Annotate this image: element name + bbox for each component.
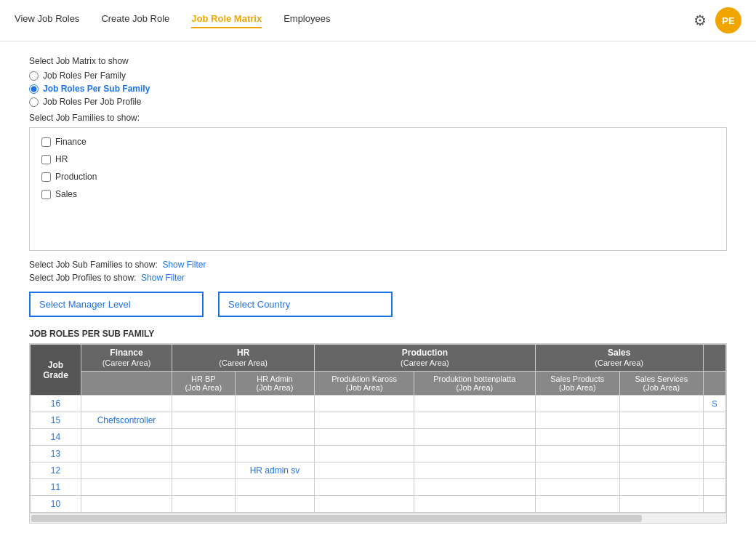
avatar[interactable]: PE (715, 7, 741, 33)
td-13-sales-serv (619, 446, 703, 462)
td-15-prod-kaross (315, 412, 414, 429)
sub-families-show-filter-link[interactable]: Show Filter (162, 260, 206, 270)
th-hr-admin-job-area: HR Admin(Job Area) (235, 372, 315, 396)
td-15-finance[interactable]: Chefscontroller (81, 412, 172, 429)
horizontal-scrollbar[interactable] (30, 513, 726, 523)
job-roles-table: Job Grade Finance(Career Area) HR(Career… (30, 344, 726, 513)
th-production-career: Production(Career Area) (315, 345, 535, 372)
td-13-prod-kaross (315, 446, 414, 462)
td-12-prod-botten (414, 462, 536, 479)
radio-per-sub-family-label[interactable]: Job Roles Per Sub Family (43, 84, 150, 94)
th-sales-services-job-area: Sales Services(Job Area) (619, 372, 703, 396)
td-10-prod-botten (414, 496, 536, 513)
td-15-sales-serv (619, 412, 703, 429)
checkbox-finance-input[interactable] (41, 137, 51, 147)
td-15-prod-botten (414, 412, 536, 429)
scrollbar-thumb[interactable] (31, 515, 642, 522)
radio-group: Job Roles Per Family Job Roles Per Sub F… (29, 71, 727, 107)
nav-employees[interactable]: Employees (284, 13, 330, 28)
country-select[interactable]: Select Country (218, 292, 393, 317)
radio-per-job-profile-label[interactable]: Job Roles Per Job Profile (43, 97, 141, 107)
nav-job-role-matrix[interactable]: Job Role Matrix (191, 13, 262, 28)
settings-icon[interactable]: ⚙ (693, 12, 707, 29)
table-row: 15 Chefscontroller (31, 412, 726, 429)
th-hr-bp-job-area: HR BP(Job Area) (172, 372, 236, 396)
checkbox-production: Production (41, 172, 715, 182)
td-grade-12: 12 (31, 462, 81, 479)
td-12-hr-admin[interactable]: HR admin sv (235, 462, 315, 479)
td-16-hr-bp (172, 396, 236, 412)
td-12-prod-kaross (315, 462, 414, 479)
radio-per-family-input[interactable] (29, 71, 39, 81)
table-section-label: JOB ROLES PER SUB FAMILY (29, 329, 727, 339)
td-12-hr-bp (172, 462, 236, 479)
table-row: 16 S (31, 396, 726, 412)
td-14-hr-bp (172, 429, 236, 446)
td-12-sales-serv (619, 462, 703, 479)
table-row: 12 HR admin sv (31, 462, 726, 479)
checkbox-sales: Sales (41, 189, 715, 199)
th-job-grade: Job Grade (31, 345, 81, 396)
job-families-label: Select Job Families to show: (29, 113, 727, 123)
td-13-hr-admin (235, 446, 315, 462)
checkbox-container: Finance HR Production Sales (29, 127, 727, 251)
td-10-extra (703, 496, 725, 513)
radio-per-job-profile-input[interactable] (29, 97, 39, 107)
td-10-hr-bp (172, 496, 236, 513)
td-11-prod-botten (414, 479, 536, 496)
checkbox-hr: HR (41, 154, 715, 164)
td-16-prod-kaross (315, 396, 414, 412)
td-11-hr-bp (172, 479, 236, 496)
td-16-prod-botten (414, 396, 536, 412)
matrix-section-label: Select Job Matrix to show (29, 56, 727, 66)
td-15-extra (703, 412, 725, 429)
checkbox-hr-label[interactable]: HR (55, 154, 68, 164)
td-12-sales-prod (535, 462, 619, 479)
nav-bar: View Job Roles Create Job Role Job Role … (0, 0, 756, 41)
th-sales-career: Sales(Career Area) (535, 345, 703, 372)
td-13-prod-botten (414, 446, 536, 462)
table-row: 10 (31, 496, 726, 513)
td-16-hr-admin (235, 396, 315, 412)
td-11-sales-prod (535, 479, 619, 496)
manager-level-wrapper: Select Manager Level (29, 292, 204, 317)
td-16-sales-prod (535, 396, 619, 412)
td-grade-16: 16 (31, 396, 81, 412)
checkbox-finance-label[interactable]: Finance (55, 137, 87, 147)
radio-per-family-label[interactable]: Job Roles Per Family (43, 71, 126, 81)
radio-per-job-profile: Job Roles Per Job Profile (29, 97, 727, 107)
th-extra-job-area (703, 372, 725, 396)
td-11-prod-kaross (315, 479, 414, 496)
nav-create-job-role[interactable]: Create Job Role (101, 13, 169, 28)
radio-per-sub-family-input[interactable] (29, 84, 39, 94)
checkbox-group: Finance HR Production Sales (41, 137, 715, 199)
td-14-sales-prod (535, 429, 619, 446)
th-finance-job-area (81, 372, 172, 396)
table-row: 11 (31, 479, 726, 496)
manager-level-select[interactable]: Select Manager Level (29, 292, 204, 317)
main-content: Select Job Matrix to show Job Roles Per … (0, 41, 756, 538)
checkbox-sales-input[interactable] (41, 190, 51, 199)
sub-families-filter-row: Select Job Sub Families to show: Show Fi… (29, 260, 727, 270)
checkbox-hr-input[interactable] (41, 155, 51, 164)
td-14-finance (81, 429, 172, 446)
dropdown-row: Select Manager Level Select Country (29, 292, 727, 317)
td-14-sales-serv (619, 429, 703, 446)
nav-right: ⚙ PE (693, 7, 741, 33)
table-row: 14 (31, 429, 726, 446)
job-profiles-show-filter-link[interactable]: Show Filter (141, 273, 185, 283)
td-13-extra (703, 446, 725, 462)
td-grade-11: 11 (31, 479, 81, 496)
job-profiles-filter-row: Select Job Profiles to show: Show Filter (29, 273, 727, 283)
td-11-finance (81, 479, 172, 496)
td-16-sales-serv (619, 396, 703, 412)
td-12-extra (703, 462, 725, 479)
checkbox-production-label[interactable]: Production (55, 172, 97, 182)
checkbox-production-input[interactable] (41, 172, 51, 182)
td-10-hr-admin (235, 496, 315, 513)
checkbox-sales-label[interactable]: Sales (55, 189, 77, 199)
td-11-sales-serv (619, 479, 703, 496)
table-row: 13 (31, 446, 726, 462)
job-profiles-filter-label: Select Job Profiles to show: (29, 273, 136, 283)
nav-view-job-roles[interactable]: View Job Roles (15, 13, 79, 28)
